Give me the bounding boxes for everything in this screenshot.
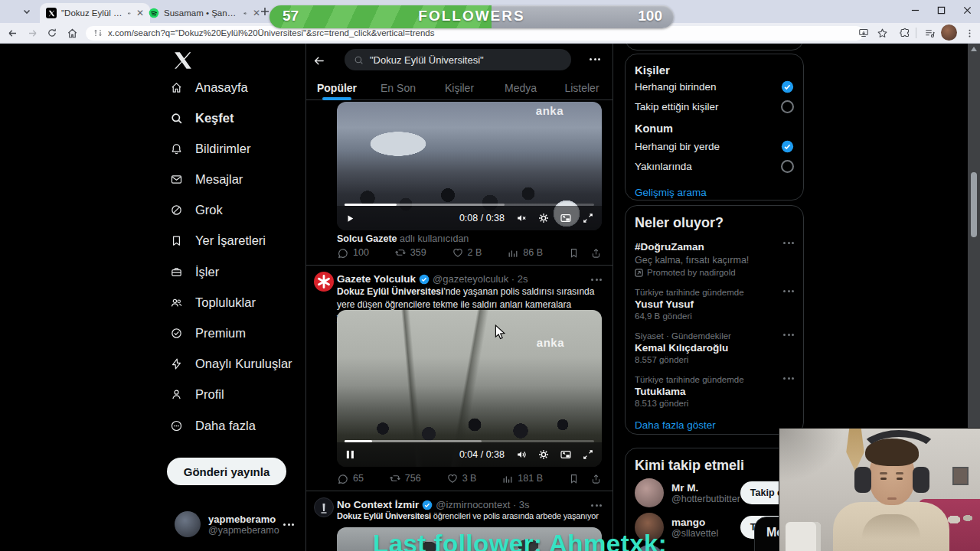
tweet2-header[interactable]: Gazete Yolculuk @gazeteyolculuk · 2s — [337, 273, 528, 285]
reply-button[interactable]: 65 — [337, 472, 364, 484]
repost-button[interactable]: 756 — [389, 472, 421, 484]
tab-en-son[interactable]: En Son — [368, 77, 429, 99]
back-icon[interactable] — [312, 54, 325, 67]
trend-more-icon[interactable] — [783, 334, 794, 336]
views-button[interactable]: 181 B — [501, 472, 543, 484]
radio-unchecked-icon[interactable] — [781, 100, 794, 113]
browser-tab-x[interactable]: "Dokuz Eylül Üniversitesi" - ✕ — [40, 3, 150, 23]
trend-item[interactable]: Siyaset · Gündemdekiler Kemal Kılıçdaroğ… — [626, 326, 803, 370]
sidebar-item-mesajlar[interactable]: Mesajlar — [170, 169, 292, 191]
sidebar-item-isler[interactable]: İşler — [170, 261, 292, 282]
filter-following[interactable]: Takip ettiğin kişiler — [626, 96, 803, 116]
tweet2-video[interactable]: anka 0:04 / 0:38 — [337, 310, 602, 467]
reply-button[interactable]: 100 — [337, 246, 369, 259]
bookmark-star-icon[interactable] — [874, 25, 890, 41]
account-more-icon[interactable] — [283, 523, 294, 526]
tweet2-more-icon[interactable] — [591, 279, 602, 281]
play-icon[interactable] — [345, 213, 356, 224]
post-button[interactable]: Gönderi yayınla — [167, 458, 286, 485]
pip-icon[interactable] — [560, 212, 572, 224]
window-minimize-button[interactable] — [902, 0, 928, 20]
radio-checked-icon[interactable] — [781, 80, 794, 93]
filter-anywhere[interactable]: Herhangi bir yerde — [626, 136, 803, 156]
reload-icon[interactable] — [44, 25, 60, 41]
views-button[interactable]: 86 B — [507, 246, 543, 259]
tab-close-icon[interactable]: ✕ — [253, 8, 260, 18]
media-controls-icon[interactable] — [922, 25, 937, 41]
tab-medya[interactable]: Medya — [490, 77, 551, 99]
search-input[interactable]: "Dokuz Eylül Üniversitesi" — [345, 49, 571, 70]
sidebar-item-yer-isaretleri[interactable]: Yer İşaretleri — [170, 230, 292, 252]
volume-icon[interactable] — [515, 448, 528, 461]
tab-populer[interactable]: Popüler — [306, 77, 368, 99]
grok-icon — [170, 204, 183, 217]
tab-listeler[interactable]: Listeler — [551, 77, 612, 99]
trend-more-icon[interactable] — [783, 242, 794, 244]
header-more-icon[interactable] — [590, 58, 600, 60]
account-switcher[interactable]: yapmeberamo @yapmeberamo — [175, 511, 294, 537]
pip-icon[interactable] — [560, 448, 572, 461]
send-to-device-icon[interactable] — [856, 25, 871, 41]
new-tab-icon[interactable] — [260, 7, 270, 16]
radio-checked-icon[interactable] — [781, 140, 794, 153]
window-close-button[interactable] — [954, 0, 980, 20]
tweet3-avatar[interactable] — [314, 497, 334, 517]
sidebar-item-premium[interactable]: Premium — [170, 323, 292, 344]
settings-gear-icon[interactable] — [537, 212, 550, 224]
share-icon[interactable] — [590, 247, 602, 259]
trend-item[interactable]: Türkiye tarihinde gündemde Yusuf Yusuf 6… — [626, 282, 803, 326]
like-icon — [452, 246, 464, 259]
browser-tab-spotify[interactable]: Susamam • Şanışer, Fuat, A ✕ — [142, 3, 266, 23]
tab-audio-icon[interactable] — [127, 9, 132, 18]
window-maximize-button[interactable] — [928, 0, 954, 20]
tab-kisiler[interactable]: Kişiler — [429, 77, 490, 99]
sidebar-item-anasayfa[interactable]: Anasayfa — [170, 77, 292, 98]
tab-search-chevron-icon[interactable] — [23, 8, 31, 15]
browser-profile-avatar[interactable] — [941, 24, 957, 41]
advanced-search-link[interactable]: Gelişmiş arama — [626, 176, 803, 207]
share-icon[interactable] — [590, 473, 602, 484]
trend-more-icon[interactable] — [783, 377, 794, 380]
sidebar-item-kesfet[interactable]: Keşfet — [170, 107, 292, 129]
follower-goal-bar: 57 FOLLOWERS 100 — [270, 5, 674, 28]
back-icon[interactable] — [5, 25, 20, 41]
tweet3-header[interactable]: No Context İzmir @izmirnocontext · 3s — [337, 499, 530, 510]
sidebar-item-topluluklar[interactable]: Topluluklar — [170, 292, 292, 313]
filter-any-person[interactable]: Herhangi birinden — [626, 77, 803, 96]
tweet1-video[interactable]: anka 0:08 / 0:38 — [337, 102, 602, 230]
sidebar-item-grok[interactable]: Grok — [170, 200, 292, 221]
follow-suggestion[interactable]: Mr M. @hotterbutbitter Takip et — [635, 477, 795, 509]
pause-icon[interactable] — [345, 449, 355, 460]
settings-gear-icon[interactable] — [537, 448, 550, 461]
like-button[interactable]: 3 B — [446, 472, 477, 484]
browser-menu-icon[interactable] — [962, 25, 977, 41]
trend-more-icon[interactable] — [783, 290, 794, 292]
extensions-icon[interactable] — [897, 25, 913, 41]
scroll-up-icon[interactable] — [971, 47, 977, 51]
bookmark-icon[interactable] — [568, 247, 580, 259]
x-logo[interactable] — [173, 51, 193, 70]
radio-unchecked-icon[interactable] — [781, 160, 794, 173]
tweet3-more-icon[interactable] — [591, 504, 602, 507]
forward-icon[interactable] — [24, 25, 40, 41]
fullscreen-icon[interactable] — [582, 448, 594, 461]
repost-button[interactable]: 359 — [394, 246, 426, 259]
sidebar-item-bildirimler[interactable]: Bildirimler — [170, 138, 292, 159]
trend-item[interactable]: #DoğruZaman Geç kalma, fırsatı kaçırma! … — [626, 234, 803, 282]
filter-nearby[interactable]: Yakınlarında — [626, 156, 803, 176]
sidebar-item-daha-fazla[interactable]: Daha fazla — [170, 415, 292, 436]
bookmark-icon[interactable] — [568, 473, 580, 484]
sidebar-item-onayli-kuruluslar[interactable]: Onaylı Kuruluşlar — [170, 354, 292, 375]
tweet2-avatar[interactable] — [314, 272, 334, 292]
sidebar-item-profil[interactable]: Profil — [170, 384, 292, 406]
scrollbar-thumb[interactable] — [971, 172, 977, 237]
tab-audio-icon[interactable] — [243, 9, 248, 18]
like-button[interactable]: 2 B — [452, 246, 482, 259]
home-icon[interactable] — [64, 25, 80, 41]
quoted-video-attribution[interactable]: Solcu Gazete adlı kullanıcıdan — [337, 233, 469, 244]
fullscreen-icon[interactable] — [582, 212, 594, 224]
show-more-link[interactable]: Daha fazla göster — [626, 413, 803, 440]
volume-muted-icon[interactable] — [515, 212, 528, 224]
site-info-icon[interactable] — [93, 28, 103, 37]
trend-item[interactable]: Türkiye tarihinde gündemde Tutuklama 8.5… — [626, 370, 803, 413]
